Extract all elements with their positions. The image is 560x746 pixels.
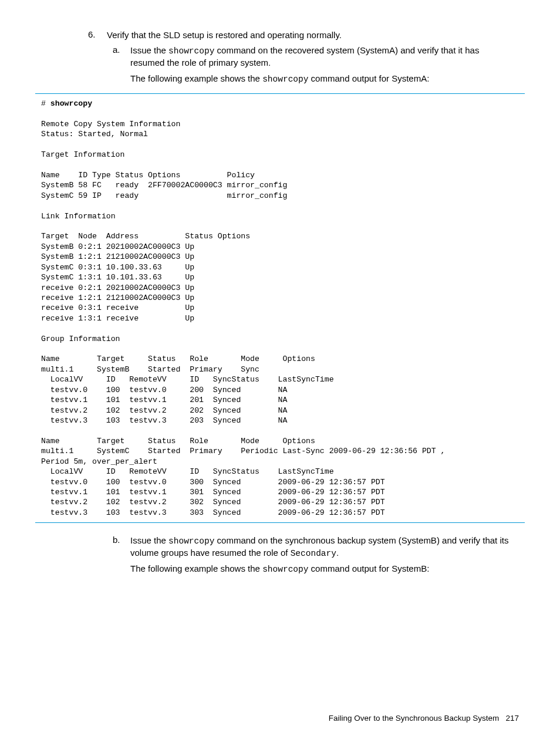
step-6b-line2-post: command output for SystemB: — [308, 563, 429, 573]
step-6-number: 6. — [88, 29, 107, 41]
prompt-cmd: showrcopy — [50, 99, 92, 108]
step-6b-text-pre: Issue the — [130, 535, 168, 545]
step-6a-cmd2: showrcopy — [262, 75, 308, 84]
step-6b-body: Issue the showrcopy command on the synch… — [130, 535, 525, 575]
step-6a-line2-pre: The following example shows the — [130, 73, 262, 83]
page-container: 6. Verify that the SLD setup is restored… — [0, 0, 560, 746]
step-6a-body: Issue the showrcopy command on the recov… — [130, 45, 525, 85]
page-footer: Failing Over to the Synchronous Backup S… — [329, 714, 519, 723]
step-6b-role: Secondary — [291, 549, 336, 558]
code-body: Remote Copy System Information Status: S… — [41, 120, 446, 517]
step-6b-end: . — [336, 548, 339, 558]
footer-page: 217 — [505, 714, 519, 723]
step-6b: b. Issue the showrcopy command on the sy… — [113, 535, 525, 575]
step-6b-cmd2: showrcopy — [262, 565, 308, 574]
step-6a-cmd: showrcopy — [168, 46, 214, 56]
step-6b-line2-pre: The following example shows the — [130, 563, 262, 573]
footer-text: Failing Over to the Synchronous Backup S… — [329, 714, 499, 723]
prompt: # — [41, 99, 50, 108]
code-pre: # showrcopy Remote Copy System Informati… — [41, 99, 525, 518]
code-output-systema: # showrcopy Remote Copy System Informati… — [35, 93, 525, 523]
step-6a-line2-post: command output for SystemA: — [308, 73, 429, 83]
step-6b-cmd: showrcopy — [168, 536, 214, 546]
step-6-body: Verify that the SLD setup is restored an… — [107, 29, 342, 41]
step-6a-text-pre: Issue the — [130, 45, 168, 55]
step-6: 6. Verify that the SLD setup is restored… — [88, 29, 525, 41]
step-6b-number: b. — [113, 535, 130, 575]
step-6a-number: a. — [113, 45, 130, 85]
step-6a: a. Issue the showrcopy command on the re… — [113, 45, 525, 85]
